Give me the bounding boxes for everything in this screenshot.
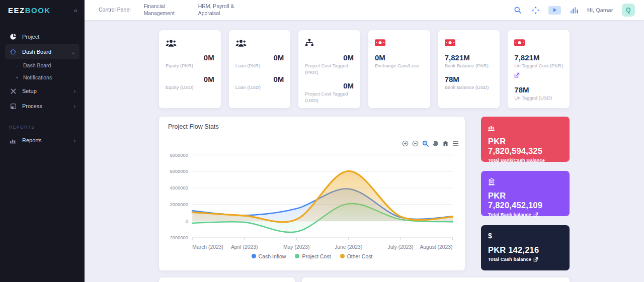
users-icon [235,38,284,48]
stats-bars-icon[interactable] [570,6,579,15]
metric-value: 0M [305,81,354,90]
stat-card-equity: 0M Equity (PKR) 0M Equity (USD) [159,30,221,108]
money-icon [514,38,563,48]
users-icon [166,38,214,48]
metric-value: 0M [166,53,214,62]
stat-card-exchange: 0M Exchange Gain/Loss [368,30,430,108]
summary-label: Total Cash balance [488,256,562,262]
pie-chart-icon [9,33,17,41]
project-flow-chart[interactable]: 80000006000000400000020000000-2000000Mar… [162,150,458,252]
tab-hrm-payroll[interactable]: HRM, Payroll & Appraisal [198,3,239,17]
sidebar-subitem-label: Notifications [23,74,52,80]
metric-label: Loan (PKR) [235,63,284,69]
sidebar-item-project[interactable]: Project [5,29,79,44]
sidebar-item-reports[interactable]: Reports › [5,133,79,148]
metric: 7,821M Bank Balance (PKR) [445,53,494,69]
metric-value: 0M [235,75,284,83]
legend-label: Project Cost [302,253,331,259]
total-bank-cash-balance-card[interactable]: PKR 7,820,594,325 Total Bank/Cash Balanc… [481,117,570,162]
legend-dot [340,254,345,258]
metric: 0M Project Cost Tagged (PKR) [305,53,354,76]
external-link-icon[interactable] [514,71,563,80]
zoom-out-icon[interactable] [412,140,419,147]
svg-text:2000000: 2000000 [170,202,188,207]
bar-chart-icon [488,123,562,131]
chevron-down-icon: ⌄ [71,49,75,55]
dot-bullet: • [15,75,19,80]
sidebar-subitem-dashboard[interactable]: - Dash Board [5,59,79,71]
legend-cash-inflow[interactable]: Cash Inflow [252,253,286,259]
summary-label: Total Bank balance [488,212,562,217]
reports-chart-icon [9,136,17,144]
metric: 0M Loan (USD) [235,75,284,91]
metric-label: Project Cost Tagged (PKR) [305,63,354,76]
svg-text:July (2023): July (2023) [387,244,413,250]
stat-card-bank-balance: 7,821M Bank Balance (PKR) 78M Bank Balan… [438,30,500,108]
sidebar-section-reports: REPORTS [9,125,75,130]
summary-value: PKR 7,820,452,109 [488,191,562,210]
metric: 7,821M Un Tagged Cost (PKR) [514,53,563,80]
metric-label: Un Tagged (USD) [514,95,563,102]
stat-card-loan: 0M Loan (PKR) 0M Loan (USD) [229,30,291,108]
svg-text:May (2023): May (2023) [283,244,309,250]
process-icon [9,102,17,110]
sidebar-item-setup[interactable]: Setup › [5,83,79,99]
chart-toolbar [159,136,465,147]
legend-other-cost[interactable]: Other Cost [340,253,373,259]
dollar-icon: $ [488,232,562,240]
total-bank-balance-card[interactable]: PKR 7,820,452,109 Total Bank balance [481,171,570,216]
reset-home-icon[interactable] [442,140,449,147]
metric: 78M Un Tagged (USD) [514,85,563,102]
tab-control-panel[interactable]: Control Panel [99,7,131,14]
svg-text:0: 0 [186,219,188,224]
tab-financial-management[interactable]: Financial Management [144,3,185,17]
zoom-in-icon[interactable] [402,140,409,147]
summary-value: PKR 142,216 [488,245,562,255]
summary-column: PKR 7,820,594,325 Total Bank/Cash Balanc… [481,117,570,270]
sidebar-item-dashboard[interactable]: Dash Board ⌄ [5,44,79,59]
pan-icon[interactable] [432,140,439,147]
bank-building-icon [488,177,562,185]
legend-dot [252,254,256,258]
search-icon[interactable] [513,6,522,15]
selection-zoom-icon[interactable] [422,140,429,147]
chart-legend: Cash Inflow Project Cost Other Cost [159,252,465,263]
sidebar-item-label: Setup [22,88,69,94]
metric-value: 0M [375,53,424,62]
sidebar-item-process[interactable]: Process › [5,99,79,114]
svg-text:6000000: 6000000 [170,169,188,174]
legend-label: Cash Inflow [259,253,286,259]
metric-value: 0M [305,53,354,62]
stat-card-untagged-cost: 7,821M Un Tagged Cost (PKR) 78M Un Tagge… [508,30,570,108]
metric-label: Un Tagged Cost (PKR) [514,63,563,69]
chevron-right-icon: › [74,104,75,109]
sidebar-item-label: Dash Board [22,49,66,55]
home-icon [9,48,17,56]
sidebar-item-label: Reports [22,137,69,143]
money-icon [375,38,424,48]
bottom-card-row [159,277,570,282]
total-cash-balance-card[interactable]: $ PKR 142,216 Total Cash balance [481,225,570,270]
avatar[interactable]: Q [622,4,635,17]
metric-label: Loan (USD) [235,84,284,91]
metric: 0M Project Cost Tagged (USD) [305,81,354,104]
metric-label: Project Cost Tagged (USD) [305,91,354,104]
fullscreen-icon[interactable] [531,6,540,15]
chart-title: Project Flow Stats [159,117,465,136]
sidebar-subitem-notifications[interactable]: • Notifications [5,71,79,83]
legend-project-cost[interactable]: Project Cost [295,253,331,259]
svg-text:August (2023): August (2023) [420,244,452,250]
stat-card-project-cost-tagged: 0M Project Cost Tagged (PKR) 0M Project … [298,30,360,108]
sidebar-collapse-icon[interactable]: « [74,7,77,14]
metric-value: 78M [514,85,563,94]
svg-text:4000000: 4000000 [170,185,188,191]
legend-label: Other Cost [347,253,373,259]
metric-label: Equity (PKR) [166,63,214,69]
tools-icon [9,87,17,95]
dash-bullet: - [15,63,19,68]
chevron-right-icon: › [74,88,75,94]
metric: 0M Equity (PKR) [166,53,214,69]
menu-icon[interactable] [452,140,459,147]
money-icon [445,38,494,48]
video-icon[interactable] [548,6,561,15]
